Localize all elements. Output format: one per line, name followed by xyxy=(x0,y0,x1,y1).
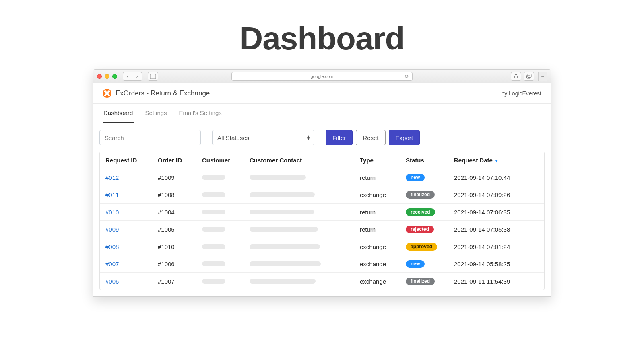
customer-redacted xyxy=(202,192,225,197)
col-status[interactable]: Status xyxy=(400,152,448,169)
request-link[interactable]: #007 xyxy=(105,261,119,267)
requests-table: Request ID Order ID Customer Customer Co… xyxy=(99,152,545,290)
table-header-row: Request ID Order ID Customer Customer Co… xyxy=(100,152,544,169)
status-badge: finalized xyxy=(406,191,435,199)
date-cell: 2021-09-14 07:01:24 xyxy=(448,238,544,255)
type-cell: return xyxy=(354,204,400,221)
request-link[interactable]: #010 xyxy=(105,209,119,216)
contact-redacted xyxy=(250,192,315,197)
svg-rect-3 xyxy=(528,74,531,77)
svg-rect-0 xyxy=(150,74,156,79)
contact-redacted xyxy=(250,175,306,180)
date-cell: 2021-09-14 07:10:44 xyxy=(448,169,544,186)
address-bar[interactable]: google.com ⟳ xyxy=(231,72,413,81)
status-badge: new xyxy=(406,174,425,181)
table-row: #006#1007exchangefinalized2021-09-11 11:… xyxy=(100,273,544,290)
col-order-id[interactable]: Order ID xyxy=(152,152,196,169)
col-contact[interactable]: Customer Contact xyxy=(244,152,354,169)
contact-redacted xyxy=(250,244,320,249)
order-id-cell: #1008 xyxy=(152,186,196,204)
col-request-id[interactable]: Request ID xyxy=(100,152,152,169)
order-id-cell: #1005 xyxy=(152,221,196,238)
browser-window: ‹ › google.com ⟳ + ExOrders - Return & E… xyxy=(93,69,551,297)
status-badge: new xyxy=(406,260,425,268)
date-cell: 2021-09-14 07:05:38 xyxy=(448,221,544,238)
search-input[interactable] xyxy=(99,130,201,145)
order-id-cell: #1009 xyxy=(152,169,196,186)
svg-rect-2 xyxy=(526,75,530,78)
col-date[interactable]: Request Date▼ xyxy=(448,152,544,169)
col-type[interactable]: Type xyxy=(354,152,400,169)
reload-icon[interactable]: ⟳ xyxy=(405,74,409,79)
contact-redacted xyxy=(250,261,321,266)
page-heading: Dashboard xyxy=(0,0,644,69)
app-header: ExOrders - Return & Exchange by LogicEve… xyxy=(93,83,551,104)
status-badge: finalized xyxy=(406,278,435,285)
export-button[interactable]: Export xyxy=(389,130,420,145)
table-row: #009#1005returnrejected2021-09-14 07:05:… xyxy=(100,221,544,238)
order-id-cell: #1006 xyxy=(152,255,196,273)
request-link[interactable]: #011 xyxy=(105,191,119,198)
request-link[interactable]: #008 xyxy=(105,243,119,250)
customer-redacted xyxy=(202,227,225,232)
customer-redacted xyxy=(202,244,225,249)
contact-redacted xyxy=(250,227,318,232)
forward-button[interactable]: › xyxy=(132,72,142,81)
type-cell: return xyxy=(354,169,400,186)
customer-redacted xyxy=(202,175,225,180)
toolbar: All Statuses ▴▾ Filter Reset Export xyxy=(93,123,551,145)
tab-dashboard[interactable]: Dashboard xyxy=(103,104,134,123)
tab-settings[interactable]: Settings xyxy=(144,104,167,123)
zoom-icon[interactable] xyxy=(112,74,117,79)
window-controls xyxy=(97,74,117,79)
status-badge: rejected xyxy=(406,226,434,233)
minimize-icon[interactable] xyxy=(105,74,109,79)
date-cell: 2021-09-14 07:09:26 xyxy=(448,186,544,204)
sort-desc-icon: ▼ xyxy=(494,158,499,164)
share-icon[interactable] xyxy=(511,72,521,81)
table-row: #010#1004returnreceived2021-09-14 07:06:… xyxy=(100,204,544,221)
type-cell: return xyxy=(354,221,400,238)
new-tab-button[interactable]: + xyxy=(538,72,547,81)
close-icon[interactable] xyxy=(97,74,102,79)
status-badge: approved xyxy=(406,243,437,251)
date-cell: 2021-09-14 05:58:25 xyxy=(448,255,544,273)
order-id-cell: #1004 xyxy=(152,204,196,221)
status-badge: received xyxy=(406,208,435,216)
customer-redacted xyxy=(202,210,225,214)
app-title: ExOrders - Return & Exchange xyxy=(116,89,210,97)
browser-chrome: ‹ › google.com ⟳ + xyxy=(93,70,551,83)
nav-buttons: ‹ › xyxy=(123,72,142,81)
type-cell: exchange xyxy=(354,273,400,290)
table-row: #011#1008exchangefinalized2021-09-14 07:… xyxy=(100,186,544,204)
url-text: google.com xyxy=(311,74,334,79)
type-cell: exchange xyxy=(354,186,400,204)
sidebar-toggle-icon[interactable] xyxy=(148,72,158,81)
tabs-icon[interactable] xyxy=(524,72,534,81)
request-link[interactable]: #006 xyxy=(105,278,119,285)
type-cell: exchange xyxy=(354,238,400,255)
order-id-cell: #1010 xyxy=(152,238,196,255)
customer-redacted xyxy=(202,279,225,284)
col-customer[interactable]: Customer xyxy=(196,152,244,169)
contact-redacted xyxy=(250,279,316,284)
back-button[interactable]: ‹ xyxy=(123,72,132,81)
order-id-cell: #1007 xyxy=(152,273,196,290)
app-byline: by LogicEverest xyxy=(501,90,541,97)
tab-email-s-settings[interactable]: Email's Settings xyxy=(178,104,223,123)
filter-button[interactable]: Filter xyxy=(326,130,353,145)
table-row: #007#1006exchangenew2021-09-14 05:58:25 xyxy=(100,255,544,273)
brand: ExOrders - Return & Exchange xyxy=(103,89,210,98)
request-link[interactable]: #012 xyxy=(105,174,119,181)
date-cell: 2021-09-11 11:54:39 xyxy=(448,273,544,290)
table-row: #008#1010exchangeapproved2021-09-14 07:0… xyxy=(100,238,544,255)
table-row: #012#1009returnnew2021-09-14 07:10:44 xyxy=(100,169,544,186)
reset-button[interactable]: Reset xyxy=(356,130,385,145)
app-logo-icon xyxy=(103,89,111,98)
request-link[interactable]: #009 xyxy=(105,226,119,233)
date-cell: 2021-09-14 07:06:35 xyxy=(448,204,544,221)
status-filter-select[interactable]: All Statuses xyxy=(212,130,314,145)
customer-redacted xyxy=(202,261,225,266)
tabs: DashboardSettingsEmail's Settings xyxy=(93,104,551,123)
contact-redacted xyxy=(250,210,314,214)
